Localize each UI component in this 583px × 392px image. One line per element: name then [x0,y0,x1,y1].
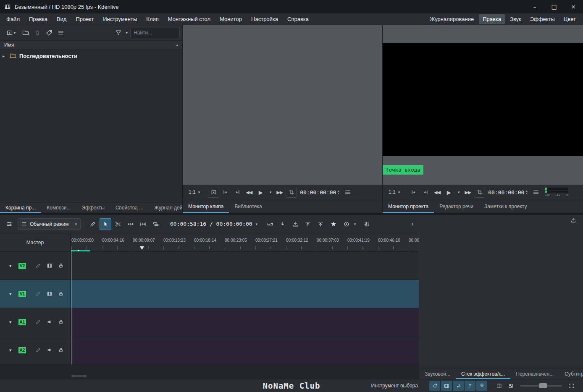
add-clip-button[interactable]: ▾ [3,27,19,38]
track-collapse-icon[interactable]: ▾ [9,348,18,353]
scroll-follow-toggle[interactable] [453,381,464,391]
project-timecode[interactable]: 00:00:00:00 ▴▾ [488,187,528,198]
track-header-v1[interactable]: ▾ V1 [0,280,71,308]
panel-options-icon[interactable] [570,217,576,223]
delete-button[interactable] [32,27,43,38]
bin-item-sequences[interactable]: ▸ Последовательности [0,51,182,60]
tab-speech-editor[interactable]: Редактор речи [434,200,479,213]
clip-monitor-menu-button[interactable] [342,187,354,198]
play-options-button[interactable]: ▾ [455,187,462,198]
insert-zone-timeline-button[interactable] [277,218,289,230]
menu-timeline[interactable]: Монтажный стол [163,14,215,24]
tab-effect-stack[interactable]: Стек эффектов/к... [456,369,510,379]
selection-tool-button[interactable] [100,218,111,230]
menu-edit[interactable]: Правка [24,14,52,24]
fit-zoom-button[interactable] [137,218,149,230]
zone-mode-button[interactable] [286,187,297,198]
track-edit-icon[interactable] [35,319,41,325]
bin-tree[interactable]: ▸ Последовательности [0,50,182,202]
sort-chevron-up-icon[interactable]: ▴ [176,43,178,47]
timeline-ruler[interactable]: 00:00:00:00 00:00:04:16 00:00:09:07 00:0… [71,233,419,252]
track-lock-icon[interactable] [58,291,64,297]
menu-monitor[interactable]: Монитор [215,14,247,24]
track-edit-tool-button[interactable] [87,218,99,230]
edit-mode-select[interactable]: Обычный режим ▾ [18,218,81,230]
workspace-color[interactable]: Цвет [560,14,580,24]
bin-name-header[interactable]: Имя ▴ [0,40,182,50]
mix-clips-button[interactable] [264,218,276,230]
track-lane-v1[interactable] [71,280,419,308]
overwrite-zone-button[interactable] [289,218,301,230]
tab-properties[interactable]: Свойства ... [110,203,149,213]
zone-mode-button[interactable] [474,187,485,198]
track-lane-a1[interactable] [71,308,419,336]
tab-clip-monitor[interactable]: Монитор клипа [183,200,229,213]
tab-subtitles[interactable]: Субтитры [559,369,583,379]
workspace-audio[interactable]: Звук [506,14,525,24]
tab-library[interactable]: Библиотека [229,200,267,213]
menu-clip[interactable]: Клип [142,14,163,24]
insert-zone-button[interactable] [208,187,219,198]
record-options-chevron-icon[interactable]: ▾ [354,222,356,226]
audio-track-icon[interactable] [47,347,53,353]
track-header-a2[interactable]: ▾ A2 [0,336,71,364]
clip-monitor-video-area[interactable] [183,25,382,185]
menu-help[interactable]: Справка [283,14,313,24]
track-tag-v1[interactable]: V1 [18,291,26,297]
timecode-spinner[interactable]: ▴▾ [338,190,339,195]
track-tag-a1[interactable]: A1 [18,319,26,325]
video-track-icon[interactable] [47,263,53,269]
tab-time-remap[interactable]: Переназначен... [510,369,559,379]
track-tag-v2[interactable]: V2 [18,263,26,269]
track-header-v2[interactable]: ▾ V2 [0,252,71,280]
playhead-line[interactable] [71,250,71,364]
zoom-fit-icon[interactable] [566,381,577,391]
zone-in-button[interactable] [220,187,231,198]
timeline-zoom-slider[interactable] [520,382,562,390]
audio-track-icon[interactable] [47,319,53,325]
extract-zone-button[interactable] [302,218,314,230]
toolbar-overflow-button[interactable]: › [411,220,414,228]
markers-toggle[interactable] [465,381,475,391]
track-collapse-icon[interactable]: ▾ [9,319,18,325]
tag-button[interactable] [44,27,55,38]
zone-out-button[interactable] [231,187,243,198]
clip-zoom-select[interactable]: 1:1 ▾ [186,187,202,198]
timeline-settings-button[interactable] [3,218,15,230]
razor-tool-button[interactable] [112,218,124,230]
track-header-a1[interactable]: ▾ A1 [0,308,71,336]
timeline-position-display[interactable]: 00:00:58:16 / 00:00:00:00 ▾ [170,221,257,227]
menu-file[interactable]: Файл [2,14,24,24]
track-collapse-icon[interactable]: ▾ [9,263,18,269]
play-options-button[interactable]: ▾ [267,187,273,198]
tab-effects[interactable]: Эффекты [76,203,110,213]
close-button[interactable]: × [564,0,583,13]
create-folder-button[interactable] [20,27,31,38]
spacer-tool-button[interactable] [125,218,137,230]
tab-project-notes[interactable]: Заметки к проекту [479,200,532,213]
bin-search-input[interactable] [130,28,180,38]
clip-timecode[interactable]: 00:00:00:00 ▴▾ [300,187,339,198]
track-lock-icon[interactable] [58,347,64,353]
zone-in-button[interactable] [408,187,419,198]
timeline-hscrollbar[interactable] [71,375,87,377]
track-lane-v2[interactable] [71,252,419,280]
rewind-button[interactable]: ◀◀ [431,187,443,198]
tab-project-monitor[interactable]: Монитор проекта [383,200,434,213]
play-button[interactable]: ▶ [443,187,454,198]
tab-compositions[interactable]: Компози... [41,203,76,213]
menu-tools[interactable]: Инструменты [98,14,142,24]
maximize-button[interactable]: □ [544,0,564,13]
track-edit-icon[interactable] [35,263,41,269]
tag-toggle[interactable] [429,381,440,391]
favorite-effects-button[interactable]: ★ [331,220,336,228]
transparency-checker-icon[interactable] [505,381,516,391]
playhead-marker[interactable] [140,246,144,250]
track-edit-icon[interactable] [35,347,41,353]
slip-tool-button[interactable] [150,218,162,230]
track-tag-a2[interactable]: A2 [18,347,26,353]
record-button[interactable] [341,218,352,230]
timeline-master-button[interactable]: Мастер [0,233,71,252]
forward-button[interactable]: ▶▶ [462,187,473,198]
tab-project-bin[interactable]: Корзина пр... [0,203,41,213]
